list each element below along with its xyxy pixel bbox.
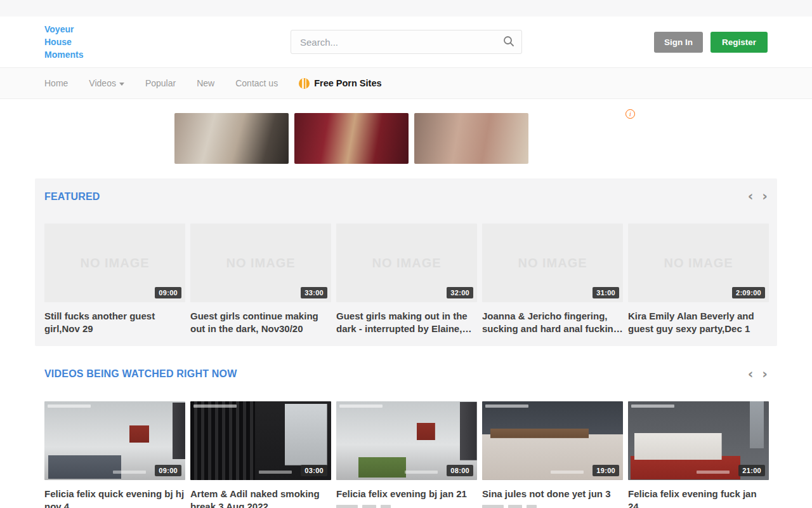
nav-item-home[interactable]: Home (44, 78, 68, 88)
video-title[interactable]: Guest girls continue making out in the d… (190, 310, 331, 336)
chevron-down-icon (119, 83, 124, 86)
nav-item-videos[interactable]: Videos (89, 78, 124, 88)
video-title[interactable]: Joanna & Jericho fingering, sucking and … (482, 310, 623, 336)
carousel-prev-icon[interactable]: ‹ (748, 190, 754, 203)
video-card[interactable]: NO IMAGE 09:00 Still fucks another guest… (44, 224, 185, 336)
video-title[interactable]: Felicia felix evening bj jan 21 (336, 488, 477, 500)
no-image-placeholder: NO IMAGE (518, 256, 587, 271)
video-duration-badge: 33:00 (301, 287, 327, 298)
video-thumbnail[interactable]: 09:00 (44, 401, 185, 480)
free-porn-sites-link[interactable]: Free Porn Sites (299, 78, 381, 89)
featured-card-list: NO IMAGE 09:00 Still fucks another guest… (44, 224, 768, 336)
video-duration-badge: 09:00 (155, 287, 181, 298)
ad-banner: i (174, 113, 638, 164)
video-thumbnail[interactable]: NO IMAGE 2:09:00 (628, 224, 769, 302)
video-duration-badge: 31:00 (593, 287, 619, 298)
search-input[interactable] (291, 30, 522, 54)
ad-zone: i (0, 99, 812, 177)
nav-item-popular[interactable]: Popular (145, 78, 176, 88)
video-title[interactable]: Guest girls making out in the dark - int… (336, 310, 477, 336)
site-watermark (697, 471, 730, 474)
site-header: Voyeur House Moments Sign In Register (0, 17, 812, 67)
video-title[interactable]: Felicia felix quick evening bj hj nov 4 (44, 488, 185, 508)
camera-timestamp-overlay (631, 404, 674, 408)
video-duration-badge: 2:09:00 (732, 287, 765, 298)
ad-thumbnail[interactable] (414, 113, 528, 164)
site-logo[interactable]: Voyeur House Moments (44, 23, 83, 62)
video-duration-badge: 21:00 (738, 465, 765, 476)
video-thumbnail[interactable]: 03:00 (190, 401, 331, 480)
ad-info-icon[interactable]: i (625, 109, 635, 119)
video-title[interactable]: Still fucks another guest girl,Nov 29 (44, 310, 185, 336)
video-card[interactable]: NO IMAGE 32:00 Guest girls making out in… (336, 224, 477, 336)
video-thumbnail[interactable]: 19:00 (482, 401, 623, 480)
video-card[interactable]: NO IMAGE 31:00 Joanna & Jericho fingerin… (482, 224, 623, 336)
nav-item-contact-us[interactable]: Contact us (235, 78, 278, 88)
featured-carousel-controls: ‹ › (748, 190, 768, 203)
video-duration-badge: 08:00 (447, 465, 473, 476)
video-duration-badge: 19:00 (593, 465, 619, 476)
ad-thumbnail[interactable] (294, 113, 409, 164)
video-duration-badge: 32:00 (447, 287, 473, 298)
video-title[interactable]: Felicia felix evening fuck jan 24 (628, 488, 769, 508)
camera-timestamp-overlay (193, 404, 237, 408)
video-card[interactable]: 03:00 Artem & Adil naked smoking break 3… (190, 401, 331, 508)
watched-carousel-controls: ‹ › (748, 368, 768, 381)
featured-section: FEATURED ‹ › NO IMAGE 09:00 Still fucks … (35, 178, 777, 346)
video-card[interactable]: 09:00 Felicia felix quick evening bj hj … (44, 401, 185, 508)
no-image-placeholder: NO IMAGE (372, 256, 441, 271)
sign-in-button[interactable]: Sign In (654, 32, 703, 53)
register-button[interactable]: Register (710, 32, 768, 53)
watched-now-section: VIDEOS BEING WATCHED RIGHT NOW ‹ › 09:00… (35, 368, 777, 508)
featured-section-title: FEATURED (44, 191, 100, 203)
carousel-next-icon[interactable]: › (762, 190, 768, 203)
site-watermark (405, 471, 438, 474)
video-duration-badge: 03:00 (301, 465, 327, 476)
video-card[interactable]: 21:00 Felicia felix evening fuck jan 24 (628, 401, 769, 508)
nav-item-new[interactable]: New (197, 78, 214, 88)
watched-section-title: VIDEOS BEING WATCHED RIGHT NOW (44, 368, 237, 380)
video-card[interactable]: NO IMAGE 33:00 Guest girls continue maki… (190, 224, 331, 336)
featured-section-header: FEATURED ‹ › (44, 190, 768, 203)
top-strip (0, 0, 812, 17)
no-image-placeholder: NO IMAGE (226, 256, 295, 271)
main-nav: Home Videos Popular New Contact us Free … (0, 67, 812, 99)
video-thumbnail[interactable]: NO IMAGE 09:00 (44, 224, 185, 302)
site-watermark (551, 471, 584, 474)
ad-thumbnail[interactable] (174, 113, 289, 164)
carousel-prev-icon[interactable]: ‹ (748, 368, 754, 381)
free-porn-sites-label: Free Porn Sites (314, 78, 381, 88)
watched-card-list: 09:00 Felicia felix quick evening bj hj … (44, 401, 768, 508)
video-thumbnail[interactable]: NO IMAGE 31:00 (482, 224, 623, 302)
camera-timestamp-overlay (48, 404, 91, 408)
site-watermark (259, 471, 292, 474)
video-thumbnail[interactable]: 21:00 (628, 401, 769, 480)
video-card[interactable]: 08:00 Felicia felix evening bj jan 21 (336, 401, 477, 508)
carousel-next-icon[interactable]: › (762, 368, 768, 381)
video-meta-clipped (482, 505, 623, 508)
no-image-placeholder: NO IMAGE (664, 256, 733, 271)
video-duration-badge: 09:00 (155, 465, 181, 476)
search-icon[interactable] (502, 35, 516, 49)
video-card[interactable]: 19:00 Sina jules not done yet jun 3 (482, 401, 623, 508)
video-card[interactable]: NO IMAGE 2:09:00 Kira Emily Alan Beverly… (628, 224, 769, 336)
video-thumbnail[interactable]: NO IMAGE 32:00 (336, 224, 477, 302)
video-title[interactable]: Kira Emily Alan Beverly and guest guy se… (628, 310, 769, 336)
watched-section-header: VIDEOS BEING WATCHED RIGHT NOW ‹ › (44, 368, 768, 381)
video-thumbnail[interactable]: 08:00 (336, 401, 477, 480)
video-thumbnail[interactable]: NO IMAGE 33:00 (190, 224, 331, 302)
search-bar (291, 30, 522, 54)
camera-timestamp-overlay (485, 404, 528, 408)
no-image-placeholder: NO IMAGE (80, 256, 149, 271)
video-title[interactable]: Sina jules not done yet jun 3 (482, 488, 623, 500)
camera-timestamp-overlay (339, 404, 383, 408)
site-watermark (113, 471, 146, 474)
video-title[interactable]: Artem & Adil naked smoking break 3 Aug 2… (190, 488, 331, 508)
auth-actions: Sign In Register (654, 32, 768, 53)
helmet-icon (299, 78, 310, 89)
video-meta-clipped (336, 505, 477, 508)
